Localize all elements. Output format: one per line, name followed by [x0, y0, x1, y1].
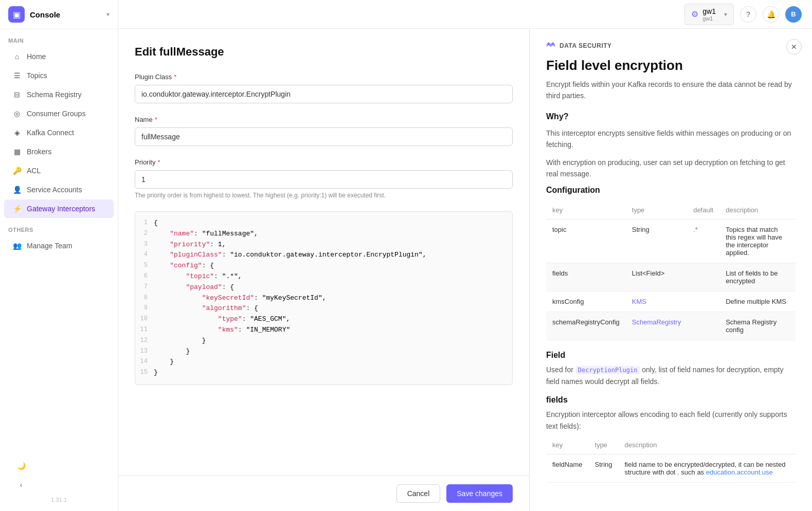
code-line: 4 "pluginClass": "io.conduktor.gateway.i…	[135, 250, 512, 261]
doc-close-button[interactable]: ✕	[786, 39, 802, 54]
sidebar-header: ▣ Console ▾	[0, 0, 118, 29]
user-avatar[interactable]: B	[785, 6, 802, 23]
code-line: 10 "type": "AES_GCM",	[135, 314, 512, 325]
sidebar-item-label: ACL	[27, 167, 41, 175]
name-group: Name *	[135, 116, 513, 146]
back-icon: ‹	[16, 480, 26, 489]
form-footer: Cancel Save changes	[118, 476, 529, 511]
sidebar-item-label: Manage Team	[27, 242, 72, 250]
sidebar-item-brokers[interactable]: ▦ Brokers	[4, 142, 114, 161]
env-text: gw1 gw1	[702, 7, 716, 22]
env-chevron-icon: ▾	[724, 11, 727, 18]
plugin-class-input[interactable]	[135, 85, 513, 103]
sidebar-theme-toggle[interactable]: 🌙	[8, 457, 110, 475]
sidebar-item-schema-registry[interactable]: ⊟ Schema Registry	[4, 85, 114, 104]
sidebar-item-label: Schema Registry	[27, 90, 82, 99]
doc-field-text: Used for DecryptionPlugin only, list of …	[546, 364, 796, 387]
doc-badge: DATA SECURITY	[546, 41, 796, 50]
priority-group: Priority * The priority order is from hi…	[135, 158, 513, 199]
doc-link[interactable]: SchemaRegistry	[632, 318, 681, 326]
table-row: fieldsList<Field>List of fields to be en…	[546, 263, 796, 291]
help-icon: ?	[746, 10, 750, 19]
sidebar-main-section: MAIN ⌂ Home ☰ Topics ⊟ Schema Registry ◎…	[0, 29, 118, 218]
fields-cell-type: String	[589, 454, 619, 482]
schema-registry-icon: ⊟	[12, 90, 22, 99]
config-cell-default	[687, 263, 719, 291]
fields-link[interactable]: education.account.use	[706, 468, 773, 476]
sidebar-others-section: OTHERS 👥 Manage Team	[0, 218, 118, 256]
consumer-groups-icon: ◎	[12, 109, 22, 118]
name-input[interactable]	[135, 127, 513, 146]
doc-fields-title: fields	[546, 395, 796, 405]
config-cell-description: Schema Registry config	[719, 312, 796, 340]
moon-icon: 🌙	[16, 461, 26, 470]
doc-link[interactable]: KMS	[632, 298, 646, 305]
code-line: 14 }	[135, 357, 512, 368]
save-changes-button[interactable]: Save changes	[446, 484, 513, 503]
code-line: 8 "keySecretId": "myKeySecretId",	[135, 293, 512, 304]
priority-hint: The priority order is from highest to lo…	[135, 192, 513, 199]
form-panel: Edit fullMessage Plugin Class * Name *	[118, 29, 530, 511]
required-star-3: *	[157, 158, 160, 166]
table-row: fieldNameStringfield name to be encrypte…	[546, 454, 796, 482]
fields-cell-key: fieldName	[546, 454, 589, 482]
config-cell-type: SchemaRegistry	[626, 312, 687, 340]
sidebar-item-kafka-connect[interactable]: ◈ Kafka Connect	[4, 123, 114, 142]
priority-label: Priority *	[135, 158, 513, 166]
sidebar-chevron-icon[interactable]: ▾	[106, 11, 110, 18]
sidebar-others-label: OTHERS	[0, 218, 118, 236]
config-cell-type: List<Field>	[626, 263, 687, 291]
sidebar: ▣ Console ▾ MAIN ⌂ Home ☰ Topics ⊟ Schem…	[0, 0, 118, 511]
sidebar-item-topics[interactable]: ☰ Topics	[4, 66, 114, 85]
sidebar-bottom: 🌙 ‹ 1.31.1	[0, 450, 118, 511]
notifications-button[interactable]: 🔔	[763, 6, 779, 23]
priority-input[interactable]	[135, 170, 513, 189]
config-header-type: type	[626, 201, 687, 220]
config-cell-description: Define multiple KMS	[719, 291, 796, 312]
close-icon: ✕	[791, 43, 797, 51]
sidebar-item-consumer-groups[interactable]: ◎ Consumer Groups	[4, 104, 114, 123]
required-star-2: *	[155, 116, 157, 123]
help-button[interactable]: ?	[740, 6, 756, 23]
code-editor[interactable]: 1{2 "name": "fullMessage",3 "priority": …	[135, 211, 513, 385]
sidebar-item-manage-team[interactable]: 👥 Manage Team	[4, 236, 114, 255]
name-label: Name *	[135, 116, 513, 123]
code-line: 7 "payload": {	[135, 282, 512, 293]
gateway-interceptors-icon: ⚡	[12, 204, 22, 213]
doc-config-title: Configuration	[546, 186, 796, 195]
avatar-label: B	[791, 10, 796, 18]
doc-panel: ✕ DATA SECURITY Field level encryption E…	[530, 29, 812, 511]
form-title: Edit fullMessage	[135, 45, 513, 59]
sidebar-item-acl[interactable]: 🔑 ACL	[4, 161, 114, 180]
sidebar-collapse-button[interactable]: ‹	[8, 476, 110, 494]
config-cell-type: String	[626, 220, 687, 263]
config-cell-key: kmsConfig	[546, 291, 626, 312]
doc-title: Field level encryption	[546, 58, 796, 74]
fields-header-description: description	[619, 436, 796, 454]
code-line: 6 "topic": ".*",	[135, 271, 512, 282]
code-line: 2 "name": "fullMessage",	[135, 229, 512, 240]
form-body: Edit fullMessage Plugin Class * Name *	[118, 29, 529, 476]
sidebar-item-home[interactable]: ⌂ Home	[4, 47, 114, 66]
plugin-class-label: Plugin Class *	[135, 73, 513, 81]
cancel-button[interactable]: Cancel	[396, 484, 441, 503]
sidebar-item-gateway-interceptors[interactable]: ⚡ Gateway Interceptors	[4, 199, 114, 218]
fields-header-key: key	[546, 436, 589, 454]
fields-table: key type description fieldNameStringfiel…	[546, 436, 796, 483]
env-name: gw1	[702, 7, 716, 15]
topics-icon: ☰	[12, 71, 22, 80]
fields-cell-description: field name to be encrypted/decrypted, it…	[619, 454, 796, 482]
environment-selector[interactable]: ⚙ gw1 gw1 ▾	[684, 4, 734, 25]
config-header-key: key	[546, 201, 626, 220]
doc-why-text1: This interceptor encrypts sensitive fiel…	[546, 127, 796, 151]
sidebar-item-label: Kafka Connect	[27, 129, 74, 137]
code-line: 1{	[135, 218, 512, 229]
acl-icon: 🔑	[12, 166, 22, 175]
decryption-plugin-code: DecryptionPlugin	[575, 366, 640, 374]
doc-fields-text: Encryption interceptor allows encoding t…	[546, 409, 796, 432]
manage-team-icon: 👥	[12, 241, 22, 250]
config-cell-key: topic	[546, 220, 626, 263]
app-title: Console	[30, 10, 60, 19]
table-row: kmsConfigKMSDefine multiple KMS	[546, 291, 796, 312]
sidebar-item-service-accounts[interactable]: 👤 Service Accounts	[4, 180, 114, 199]
